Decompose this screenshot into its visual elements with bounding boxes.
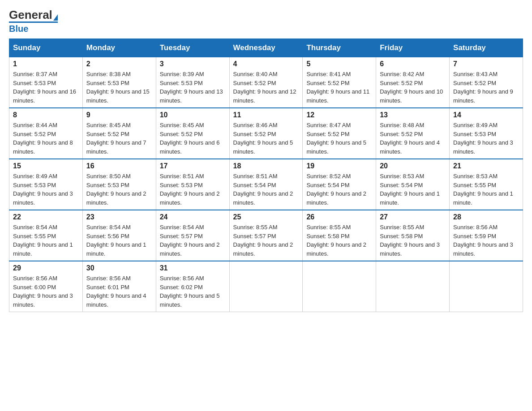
day-info: Sunrise: 8:50 AMSunset: 5:53 PMDaylight:… <box>86 172 152 207</box>
day-cell-24: 24Sunrise: 8:54 AMSunset: 5:57 PMDayligh… <box>156 210 229 261</box>
day-info: Sunrise: 8:49 AMSunset: 5:53 PMDaylight:… <box>13 172 79 207</box>
day-info: Sunrise: 8:56 AMSunset: 6:01 PMDaylight:… <box>86 274 152 309</box>
day-info: Sunrise: 8:55 AMSunset: 5:57 PMDaylight:… <box>233 223 299 258</box>
day-info: Sunrise: 8:54 AMSunset: 5:57 PMDaylight:… <box>160 223 226 258</box>
page-header: General Blue <box>9 9 523 34</box>
day-cell-11: 11Sunrise: 8:46 AMSunset: 5:52 PMDayligh… <box>229 108 303 159</box>
empty-cell <box>303 261 376 312</box>
day-number: 20 <box>380 162 446 170</box>
day-number: 13 <box>380 111 446 119</box>
day-cell-29: 29Sunrise: 8:56 AMSunset: 6:00 PMDayligh… <box>9 261 83 312</box>
day-cell-14: 14Sunrise: 8:49 AMSunset: 5:53 PMDayligh… <box>450 108 523 159</box>
day-info: Sunrise: 8:48 AMSunset: 5:52 PMDaylight:… <box>380 121 446 156</box>
day-cell-16: 16Sunrise: 8:50 AMSunset: 5:53 PMDayligh… <box>82 159 156 210</box>
day-number: 15 <box>13 162 79 170</box>
day-number: 17 <box>160 162 226 170</box>
day-info: Sunrise: 8:45 AMSunset: 5:52 PMDaylight:… <box>160 121 226 156</box>
day-info: Sunrise: 8:54 AMSunset: 5:56 PMDaylight:… <box>86 223 152 258</box>
day-number: 14 <box>453 111 519 119</box>
day-cell-15: 15Sunrise: 8:49 AMSunset: 5:53 PMDayligh… <box>9 159 83 210</box>
day-number: 4 <box>233 60 299 68</box>
day-cell-6: 6Sunrise: 8:42 AMSunset: 5:52 PMDaylight… <box>376 57 450 108</box>
header-day-wednesday: Wednesday <box>229 39 303 57</box>
week-row-5: 29Sunrise: 8:56 AMSunset: 6:00 PMDayligh… <box>9 261 523 312</box>
day-info: Sunrise: 8:43 AMSunset: 5:52 PMDaylight:… <box>453 70 519 105</box>
day-number: 2 <box>86 60 152 68</box>
day-info: Sunrise: 8:45 AMSunset: 5:52 PMDaylight:… <box>86 121 152 156</box>
header-row: SundayMondayTuesdayWednesdayThursdayFrid… <box>9 39 523 57</box>
logo-general: General <box>9 9 58 21</box>
day-info: Sunrise: 8:53 AMSunset: 5:55 PMDaylight:… <box>453 172 519 207</box>
day-info: Sunrise: 8:42 AMSunset: 5:52 PMDaylight:… <box>380 70 446 105</box>
day-cell-2: 2Sunrise: 8:38 AMSunset: 5:53 PMDaylight… <box>82 57 156 108</box>
week-row-3: 15Sunrise: 8:49 AMSunset: 5:53 PMDayligh… <box>9 159 523 210</box>
day-number: 9 <box>86 111 152 119</box>
day-cell-26: 26Sunrise: 8:55 AMSunset: 5:58 PMDayligh… <box>303 210 376 261</box>
day-number: 10 <box>160 111 226 119</box>
day-number: 23 <box>86 213 152 221</box>
day-cell-10: 10Sunrise: 8:45 AMSunset: 5:52 PMDayligh… <box>156 108 229 159</box>
day-number: 12 <box>306 111 372 119</box>
empty-cell <box>376 261 450 312</box>
header-day-tuesday: Tuesday <box>156 39 229 57</box>
day-info: Sunrise: 8:54 AMSunset: 5:55 PMDaylight:… <box>13 223 79 258</box>
day-number: 16 <box>86 162 152 170</box>
day-cell-25: 25Sunrise: 8:55 AMSunset: 5:57 PMDayligh… <box>229 210 303 261</box>
day-info: Sunrise: 8:41 AMSunset: 5:52 PMDaylight:… <box>306 70 372 105</box>
empty-cell <box>229 261 303 312</box>
day-cell-30: 30Sunrise: 8:56 AMSunset: 6:01 PMDayligh… <box>82 261 156 312</box>
day-number: 19 <box>306 162 372 170</box>
day-cell-3: 3Sunrise: 8:39 AMSunset: 5:53 PMDaylight… <box>156 57 229 108</box>
day-info: Sunrise: 8:56 AMSunset: 6:00 PMDaylight:… <box>13 274 79 309</box>
day-cell-7: 7Sunrise: 8:43 AMSunset: 5:52 PMDaylight… <box>450 57 523 108</box>
day-number: 18 <box>233 162 299 170</box>
day-cell-8: 8Sunrise: 8:44 AMSunset: 5:52 PMDaylight… <box>9 108 83 159</box>
week-row-1: 1Sunrise: 8:37 AMSunset: 5:53 PMDaylight… <box>9 57 523 108</box>
day-number: 27 <box>380 213 446 221</box>
logo-blue: Blue <box>9 21 58 34</box>
day-info: Sunrise: 8:39 AMSunset: 5:53 PMDaylight:… <box>160 70 226 105</box>
day-info: Sunrise: 8:47 AMSunset: 5:52 PMDaylight:… <box>306 121 372 156</box>
day-cell-21: 21Sunrise: 8:53 AMSunset: 5:55 PMDayligh… <box>450 159 523 210</box>
day-info: Sunrise: 8:56 AMSunset: 5:59 PMDaylight:… <box>453 223 519 258</box>
day-info: Sunrise: 8:37 AMSunset: 5:53 PMDaylight:… <box>13 70 79 105</box>
day-info: Sunrise: 8:40 AMSunset: 5:52 PMDaylight:… <box>233 70 299 105</box>
day-info: Sunrise: 8:46 AMSunset: 5:52 PMDaylight:… <box>233 121 299 156</box>
day-number: 3 <box>160 60 226 68</box>
header-day-thursday: Thursday <box>303 39 376 57</box>
day-info: Sunrise: 8:44 AMSunset: 5:52 PMDaylight:… <box>13 121 79 156</box>
day-number: 30 <box>86 264 152 272</box>
day-number: 8 <box>13 111 79 119</box>
day-number: 21 <box>453 162 519 170</box>
day-number: 11 <box>233 111 299 119</box>
day-cell-13: 13Sunrise: 8:48 AMSunset: 5:52 PMDayligh… <box>376 108 450 159</box>
day-cell-19: 19Sunrise: 8:52 AMSunset: 5:54 PMDayligh… <box>303 159 376 210</box>
day-info: Sunrise: 8:52 AMSunset: 5:54 PMDaylight:… <box>306 172 372 207</box>
day-cell-31: 31Sunrise: 8:56 AMSunset: 6:02 PMDayligh… <box>156 261 229 312</box>
day-number: 31 <box>160 264 226 272</box>
calendar-table: SundayMondayTuesdayWednesdayThursdayFrid… <box>9 39 523 312</box>
header-day-saturday: Saturday <box>450 39 523 57</box>
day-info: Sunrise: 8:53 AMSunset: 5:54 PMDaylight:… <box>380 172 446 207</box>
day-info: Sunrise: 8:51 AMSunset: 5:53 PMDaylight:… <box>160 172 226 207</box>
header-day-friday: Friday <box>376 39 450 57</box>
day-info: Sunrise: 8:56 AMSunset: 6:02 PMDaylight:… <box>160 274 226 309</box>
logo: General Blue <box>9 9 58 34</box>
day-number: 7 <box>453 60 519 68</box>
day-number: 1 <box>13 60 79 68</box>
day-cell-17: 17Sunrise: 8:51 AMSunset: 5:53 PMDayligh… <box>156 159 229 210</box>
day-number: 29 <box>13 264 79 272</box>
day-cell-28: 28Sunrise: 8:56 AMSunset: 5:59 PMDayligh… <box>450 210 523 261</box>
day-cell-5: 5Sunrise: 8:41 AMSunset: 5:52 PMDaylight… <box>303 57 376 108</box>
week-row-2: 8Sunrise: 8:44 AMSunset: 5:52 PMDaylight… <box>9 108 523 159</box>
day-info: Sunrise: 8:55 AMSunset: 5:58 PMDaylight:… <box>306 223 372 258</box>
day-number: 6 <box>380 60 446 68</box>
day-number: 5 <box>306 60 372 68</box>
day-cell-22: 22Sunrise: 8:54 AMSunset: 5:55 PMDayligh… <box>9 210 83 261</box>
day-cell-18: 18Sunrise: 8:51 AMSunset: 5:54 PMDayligh… <box>229 159 303 210</box>
calendar-header: SundayMondayTuesdayWednesdayThursdayFrid… <box>9 39 523 57</box>
day-number: 26 <box>306 213 372 221</box>
header-day-sunday: Sunday <box>9 39 83 57</box>
day-number: 22 <box>13 213 79 221</box>
day-cell-27: 27Sunrise: 8:55 AMSunset: 5:58 PMDayligh… <box>376 210 450 261</box>
